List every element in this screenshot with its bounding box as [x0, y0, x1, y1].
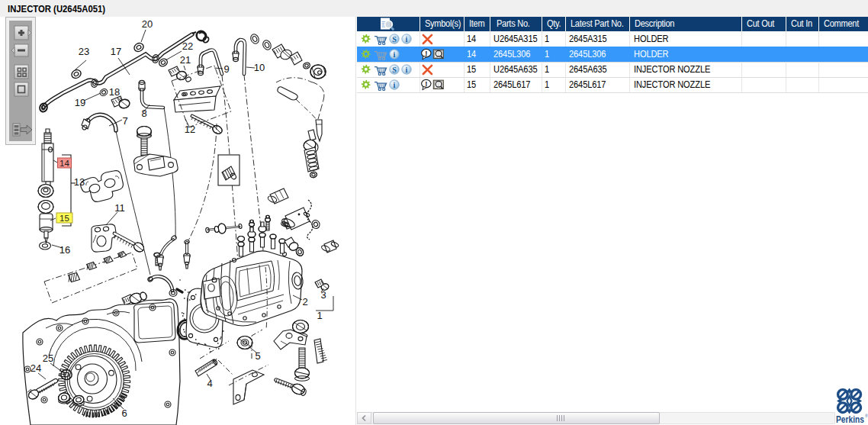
svg-text:15: 15	[59, 214, 69, 223]
svg-text:12: 12	[185, 124, 195, 135]
svg-text:14: 14	[59, 159, 69, 168]
svg-text:S: S	[392, 66, 397, 74]
svg-text:5: 5	[255, 350, 260, 362]
svg-text:24: 24	[31, 362, 41, 374]
svg-text:4: 4	[207, 378, 212, 389]
svg-text:!: !	[425, 79, 427, 88]
svg-text:i: i	[394, 50, 396, 59]
svg-text:Perkins: Perkins	[836, 414, 864, 424]
svg-text:6: 6	[121, 407, 127, 419]
svg-text:21: 21	[180, 54, 191, 66]
svg-text:i: i	[406, 35, 408, 43]
svg-text:20: 20	[142, 18, 153, 30]
svg-text:7: 7	[122, 115, 127, 127]
svg-text:23: 23	[79, 46, 89, 57]
svg-text:16: 16	[59, 244, 70, 256]
svg-text:22: 22	[182, 40, 193, 52]
svg-text:1: 1	[317, 310, 322, 321]
svg-text:S: S	[392, 35, 397, 43]
svg-text:17: 17	[111, 46, 121, 57]
svg-text:25: 25	[43, 353, 53, 364]
svg-text:i: i	[406, 66, 408, 74]
svg-text:10: 10	[254, 62, 265, 73]
svg-text:18: 18	[109, 86, 120, 98]
svg-text:19: 19	[75, 97, 85, 108]
svg-text:2: 2	[302, 296, 307, 307]
svg-text:9: 9	[223, 63, 229, 75]
svg-text:!: !	[425, 49, 427, 57]
svg-text:8: 8	[141, 108, 146, 119]
svg-text:3: 3	[320, 289, 326, 301]
svg-text:13: 13	[74, 176, 85, 188]
svg-text:11: 11	[114, 202, 125, 214]
svg-text:i: i	[394, 81, 396, 89]
svg-text:®: ®	[865, 414, 868, 418]
